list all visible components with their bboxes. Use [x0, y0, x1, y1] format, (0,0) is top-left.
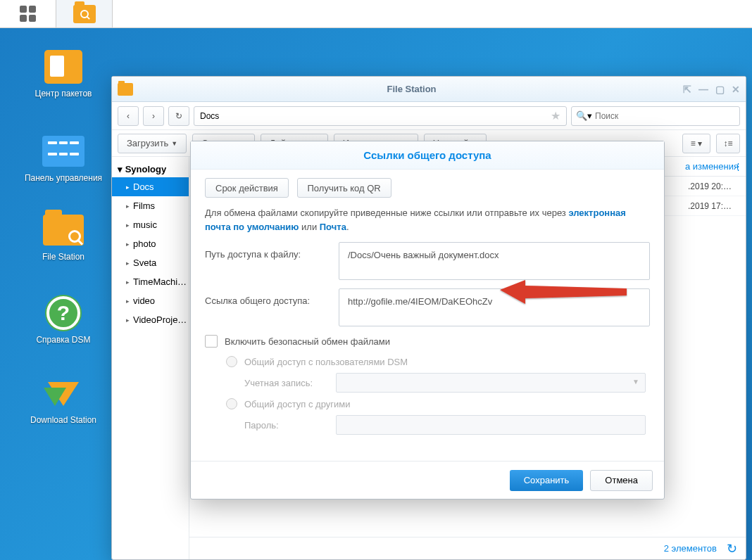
secure-sharing-checkbox[interactable]: Включить безопасный обмен файлами: [205, 335, 650, 348]
top-bar: [0, 0, 752, 28]
desktop-download-station[interactable]: Download Station: [14, 376, 113, 425]
path-field[interactable]: ★: [194, 106, 567, 126]
back-button[interactable]: ‹: [118, 106, 139, 126]
file-station-shortcut[interactable]: [56, 0, 113, 27]
icon-label: Download Station: [14, 415, 113, 425]
url-value-box[interactable]: http://gofile.me/4IEOM/DaKEOhcZv: [339, 288, 650, 326]
sidebar-item-music[interactable]: ▸music: [112, 215, 189, 234]
icon-label: Панель управления: [14, 173, 113, 183]
app-icon: [118, 83, 133, 96]
status-bar: 2 элементов ↻: [189, 537, 746, 559]
sidebar-item-films[interactable]: ▸Films: [112, 196, 189, 215]
icon-label: File Station: [14, 252, 113, 262]
share-links-dialog: Ссылки общего доступа Срок действия Полу…: [190, 141, 665, 499]
columns-menu-icon[interactable]: ⋮: [734, 161, 743, 172]
forward-button[interactable]: ›: [143, 106, 164, 126]
checkbox-icon: [205, 335, 218, 348]
pin-icon[interactable]: ⇱: [683, 84, 691, 95]
radio-icon: [226, 398, 237, 409]
sidebar-item-videoproj[interactable]: ▸VideoProje…: [112, 310, 189, 329]
sidebar-root[interactable]: ▾ Synology: [112, 161, 189, 177]
radio-dsm-users: Общий доступ с пользователями DSM: [226, 356, 650, 367]
app-grid-button[interactable]: [0, 0, 56, 27]
star-icon[interactable]: ★: [551, 109, 560, 122]
sidebar-item-photo[interactable]: ▸photo: [112, 234, 189, 253]
maximize-icon[interactable]: ▢: [715, 84, 725, 95]
folder-icon: [43, 215, 84, 246]
minimize-icon[interactable]: —: [698, 84, 708, 95]
search-field[interactable]: 🔍▾: [571, 106, 740, 126]
desktop-control-panel[interactable]: Панель управления: [14, 134, 113, 183]
help-icon: ?: [46, 296, 80, 330]
radio-others: Общий доступ с другими: [226, 398, 650, 409]
folder-search-icon: [73, 5, 96, 23]
sidebar-item-video[interactable]: ▸video: [112, 291, 189, 310]
titlebar: File Station ⇱ — ▢ ✕: [112, 77, 746, 102]
search-input[interactable]: [595, 111, 735, 121]
col-modified[interactable]: а изменения: [685, 161, 739, 172]
item-count: 2 элементов: [664, 543, 717, 554]
refresh-icon[interactable]: ↻: [727, 541, 737, 556]
sidebar-item-sveta[interactable]: ▸Sveta: [112, 253, 189, 272]
package-icon: [44, 50, 82, 84]
cancel-button[interactable]: Отмена: [590, 470, 653, 491]
sidebar-item-timemachine[interactable]: ▸TimeMachi…: [112, 272, 189, 291]
window-title: File Station: [140, 84, 683, 94]
qr-button[interactable]: Получить код QR: [297, 178, 391, 198]
sort-button[interactable]: ↕≡: [716, 134, 740, 153]
password-input: [336, 415, 646, 435]
desktop-package-center[interactable]: Центр пакетов: [14, 49, 113, 98]
search-icon: 🔍▾: [576, 110, 592, 121]
path-label: Путь доступа к файлу:: [205, 242, 339, 260]
dialog-title: Ссылки общего доступа: [191, 141, 664, 170]
nav-toolbar: ‹ › ↻ ★ 🔍▾: [112, 102, 746, 130]
view-list-button[interactable]: ≡ ▾: [682, 134, 710, 153]
sidebar: ▾ Synology ▸Docs ▸Films ▸music ▸photo ▸S…: [112, 157, 189, 559]
icon-label: Справка DSM: [14, 335, 113, 345]
account-label: Учетная запись:: [244, 378, 336, 388]
sidebar-item-docs[interactable]: ▸Docs: [112, 177, 189, 196]
icon-label: Центр пакетов: [14, 89, 113, 98]
expiry-button[interactable]: Срок действия: [205, 178, 289, 198]
close-icon[interactable]: ✕: [732, 84, 740, 95]
url-label: Ссылка общего доступа:: [205, 288, 339, 306]
dialog-intro: Для обмена файлами скопируйте приведенны…: [205, 206, 650, 234]
control-panel-icon: [42, 136, 84, 167]
password-label: Пароль:: [244, 420, 336, 431]
path-value-box[interactable]: /Docs/Очень важный документ.docx: [339, 242, 650, 280]
upload-button[interactable]: Загрузить▼: [118, 134, 187, 153]
path-input[interactable]: [200, 111, 551, 121]
grid-icon: [20, 6, 36, 22]
account-select: ▼: [336, 373, 646, 393]
refresh-button[interactable]: ↻: [168, 106, 189, 126]
desktop-file-station[interactable]: File Station: [14, 212, 113, 262]
radio-icon: [226, 356, 237, 367]
mail-link[interactable]: Почта: [320, 222, 346, 232]
download-icon: [46, 376, 80, 410]
desktop-dsm-help[interactable]: ? Справка DSM: [14, 295, 113, 345]
save-button[interactable]: Сохранить: [510, 470, 584, 491]
